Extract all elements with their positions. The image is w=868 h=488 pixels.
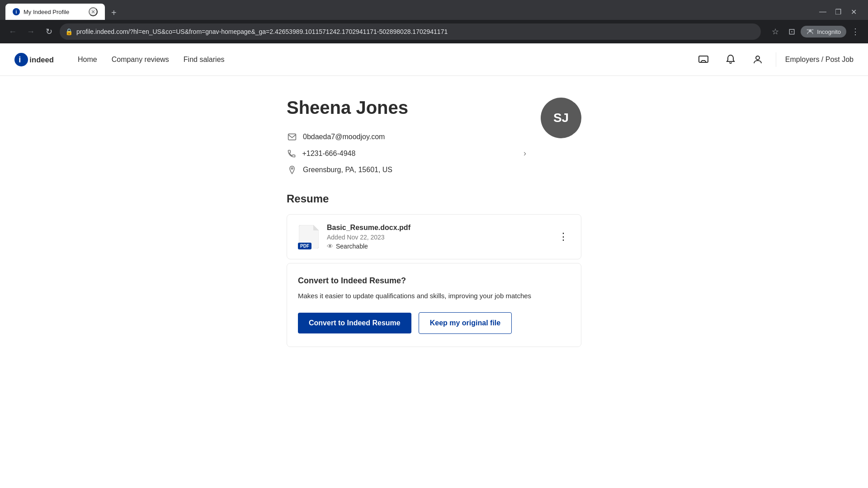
resume-file-card: PDF Basic_Resume.docx.pdf Added Nov 22, … bbox=[287, 214, 581, 259]
phone-row: +1231-666-4948 › bbox=[302, 149, 526, 158]
searchable-label: Searchable bbox=[336, 243, 368, 250]
keep-original-file-button[interactable]: Keep my original file bbox=[419, 312, 512, 334]
avatar-initials: SJ bbox=[553, 111, 569, 125]
location-icon bbox=[287, 165, 297, 174]
new-tab-button[interactable]: + bbox=[108, 6, 120, 20]
incognito-icon bbox=[806, 28, 814, 36]
resume-filename: Basic_Resume.docx.pdf bbox=[327, 224, 549, 232]
forward-button[interactable]: → bbox=[24, 24, 38, 39]
menu-button[interactable]: ⋮ bbox=[848, 24, 863, 39]
tab-bar: i My Indeed Profile × + — ❐ ✕ bbox=[0, 0, 868, 20]
svg-rect-4 bbox=[811, 29, 814, 30]
address-bar-input[interactable] bbox=[76, 28, 755, 35]
profile-icon-button[interactable]: ⊡ bbox=[784, 24, 799, 39]
phone-value: +1231-666-4948 bbox=[302, 150, 355, 158]
notifications-button[interactable] bbox=[722, 51, 740, 69]
convert-to-indeed-resume-button[interactable]: Convert to Indeed Resume bbox=[298, 313, 411, 333]
contact-items: 0bdaeda7@moodjoy.com +1231-666-4948 › bbox=[287, 132, 526, 174]
pdf-badge: PDF bbox=[298, 243, 311, 249]
user-account-button[interactable] bbox=[749, 51, 767, 69]
profile-header: Sheena Jones 0bdaeda7@moodjoy.com bbox=[287, 98, 581, 174]
incognito-badge[interactable]: Incognito bbox=[801, 26, 846, 38]
employers-post-job-link[interactable]: Employers / Post Job bbox=[785, 56, 854, 64]
browser-chrome: i My Indeed Profile × + — ❐ ✕ ← → ↻ 🔒 ☆ … bbox=[0, 0, 868, 43]
svg-point-5 bbox=[14, 53, 28, 66]
resume-file-icon: PDF bbox=[298, 224, 320, 249]
svg-text:indeed: indeed bbox=[29, 55, 54, 64]
svg-rect-8 bbox=[699, 56, 708, 62]
phone-chevron-icon[interactable]: › bbox=[524, 149, 526, 158]
resume-date: Added Nov 22, 2023 bbox=[327, 234, 549, 241]
window-controls: — ❐ ✕ bbox=[816, 5, 868, 18]
svg-text:i: i bbox=[19, 54, 21, 64]
indeed-header: i indeed Home Company reviews Find salar… bbox=[0, 43, 868, 76]
profile-info: Sheena Jones 0bdaeda7@moodjoy.com bbox=[287, 98, 526, 174]
notifications-icon bbox=[725, 54, 736, 65]
main-nav: Home Company reviews Find salaries bbox=[78, 56, 694, 64]
location-contact-item: Greensburg, PA, 15601, US bbox=[287, 165, 526, 174]
tab-title: My Indeed Profile bbox=[24, 9, 85, 15]
svg-point-11 bbox=[291, 168, 292, 169]
header-right: Employers / Post Job bbox=[694, 51, 854, 69]
convert-card-description: Makes it easier to update qualifications… bbox=[298, 291, 570, 301]
indeed-logo[interactable]: i indeed bbox=[14, 52, 60, 68]
indeed-site: i indeed Home Company reviews Find salar… bbox=[0, 43, 868, 488]
resume-info: Basic_Resume.docx.pdf Added Nov 22, 2023… bbox=[327, 224, 549, 250]
lock-icon: 🔒 bbox=[65, 28, 73, 35]
convert-card: Convert to Indeed Resume? Makes it easie… bbox=[287, 263, 581, 347]
email-icon bbox=[287, 132, 297, 141]
reload-button[interactable]: ↻ bbox=[42, 24, 56, 39]
resume-section-title: Resume bbox=[287, 192, 581, 205]
tab-favicon: i bbox=[13, 8, 20, 15]
messages-button[interactable] bbox=[694, 51, 712, 69]
resume-searchable: 👁 Searchable bbox=[327, 243, 549, 250]
profile-name: Sheena Jones bbox=[287, 98, 526, 118]
location-value: Greensburg, PA, 15601, US bbox=[303, 166, 392, 174]
user-icon bbox=[752, 54, 763, 65]
searchable-eye-icon: 👁 bbox=[327, 243, 333, 250]
svg-rect-3 bbox=[807, 29, 809, 30]
email-value: 0bdaeda7@moodjoy.com bbox=[303, 133, 385, 141]
nav-home[interactable]: Home bbox=[78, 56, 97, 64]
back-button[interactable]: ← bbox=[5, 24, 20, 39]
resume-menu-button[interactable]: ⋮ bbox=[557, 229, 570, 244]
convert-card-actions: Convert to Indeed Resume Keep my origina… bbox=[298, 312, 570, 334]
convert-card-title: Convert to Indeed Resume? bbox=[298, 276, 570, 286]
tab-strip: i My Indeed Profile × + bbox=[0, 4, 120, 20]
indeed-logo-svg: i indeed bbox=[14, 52, 60, 68]
messages-icon bbox=[698, 54, 709, 65]
tab-close-button[interactable]: × bbox=[89, 7, 98, 16]
svg-text:i: i bbox=[16, 9, 17, 14]
phone-icon bbox=[287, 149, 297, 158]
email-contact-item: 0bdaeda7@moodjoy.com bbox=[287, 132, 526, 141]
svg-point-9 bbox=[756, 56, 760, 60]
header-divider bbox=[776, 52, 776, 67]
bookmark-button[interactable]: ☆ bbox=[768, 24, 783, 39]
avatar: SJ bbox=[541, 98, 581, 138]
toolbar-icons: ☆ ⊡ Incognito ⋮ bbox=[768, 24, 863, 39]
address-bar-container[interactable]: 🔒 bbox=[60, 23, 761, 40]
main-content: Sheena Jones 0bdaeda7@moodjoy.com bbox=[276, 76, 592, 369]
nav-find-salaries[interactable]: Find salaries bbox=[184, 56, 225, 64]
incognito-label: Incognito bbox=[817, 28, 841, 35]
phone-contact-item[interactable]: +1231-666-4948 › bbox=[287, 149, 526, 158]
browser-toolbar: ← → ↻ 🔒 ☆ ⊡ Incognito ⋮ bbox=[0, 20, 868, 43]
svg-rect-10 bbox=[288, 134, 296, 140]
minimize-button[interactable]: — bbox=[816, 5, 830, 18]
active-tab[interactable]: i My Indeed Profile × bbox=[5, 4, 105, 20]
close-window-button[interactable]: ✕ bbox=[846, 5, 861, 18]
resume-section: Resume PDF Basic_Resume.docx.pdf Added N… bbox=[287, 192, 581, 347]
nav-company-reviews[interactable]: Company reviews bbox=[112, 56, 169, 64]
maximize-button[interactable]: ❐ bbox=[831, 5, 845, 18]
